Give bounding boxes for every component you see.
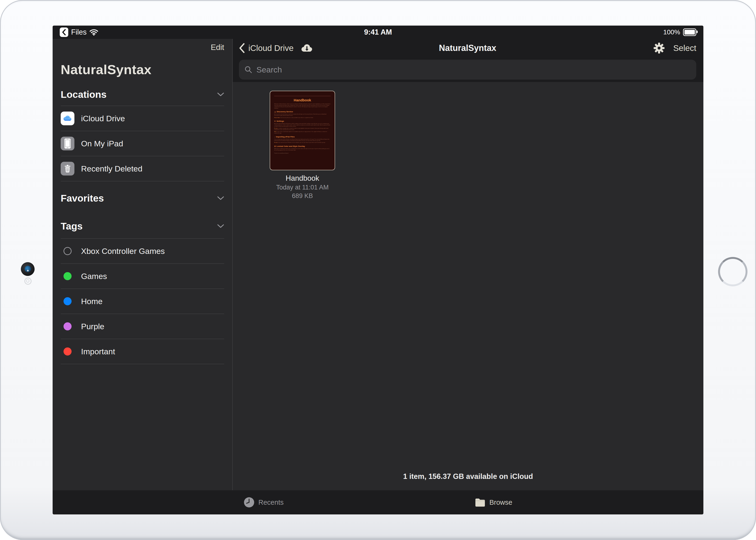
file-name: Handbook	[269, 174, 336, 183]
sidebar-item-label: iCloud Drive	[81, 114, 125, 123]
tab-label: Recents	[258, 498, 284, 506]
select-button[interactable]: Select	[673, 43, 696, 53]
tag-label: Xbox Controller Games	[81, 246, 165, 256]
cloud-mini-icon: ☁	[274, 111, 276, 113]
back-button[interactable]: iCloud Drive	[239, 43, 293, 54]
divider	[61, 364, 224, 364]
preview-paragraph: Note: some of the customization options …	[274, 131, 331, 134]
tag-color-dot	[64, 347, 72, 355]
sidebar-item-recently-deleted[interactable]: Recently Deleted	[61, 156, 224, 181]
folder-icon	[475, 498, 485, 507]
ipad-device-frame: Files 9:41 AM 100% Edit NaturalSy	[0, 0, 756, 540]
sidebar: Edit NaturalSyntax Locations	[53, 39, 232, 490]
screen: Files 9:41 AM 100% Edit NaturalSy	[53, 26, 703, 514]
clock-icon	[244, 497, 255, 508]
tab-bar: Recents Browse	[53, 490, 703, 514]
tag-color-dot	[64, 272, 72, 280]
tag-row-home[interactable]: Home	[61, 289, 224, 314]
battery-percentage: 100%	[663, 28, 680, 36]
tag-row-xbox-controller-games[interactable]: Xbox Controller Games	[61, 239, 224, 263]
file-preview-content: HandbookWelcome to Natural Syntax, withi…	[270, 91, 335, 156]
chevron-left-icon	[239, 43, 245, 54]
preview-paragraph: At the top left of the file browser, you…	[274, 113, 331, 116]
page-title: NaturalSyntax	[439, 43, 496, 53]
tag-row-important[interactable]: Important	[61, 339, 224, 364]
sidebar-item-label: Recently Deleted	[81, 164, 142, 173]
tab-label: Browse	[489, 498, 512, 506]
preview-paragraph: You can import your own ePub files into …	[274, 139, 331, 141]
search-bar[interactable]	[239, 60, 696, 79]
tags-section-header[interactable]: Tags	[61, 220, 224, 232]
tag-label: Important	[81, 347, 115, 356]
sidebar-item-on-my-ipad[interactable]: On My iPad	[61, 131, 224, 156]
search-icon	[245, 66, 252, 73]
preview-heading: ⚙Settings	[274, 120, 331, 122]
tab-recents[interactable]: Recents	[244, 497, 284, 508]
tags-header-label: Tags	[61, 221, 83, 232]
favorites-section-header[interactable]: Favorites	[61, 192, 224, 204]
storage-status: 1 item, 156.37 GB available on iCloud	[233, 472, 703, 481]
ambient-light-sensor	[24, 278, 32, 285]
locations-section-header[interactable]: Locations	[61, 88, 224, 100]
chevron-left-icon	[62, 29, 66, 36]
preview-paragraph: At the top right of both the file browse…	[274, 123, 331, 127]
sidebar-item-icloud-drive[interactable]: iCloud Drive	[61, 106, 224, 131]
tag-color-dot	[64, 247, 72, 255]
tag-label: Games	[81, 272, 107, 281]
clock-time: 9:41 AM	[364, 28, 392, 37]
preview-heading: ↓Importing ePub Files	[274, 136, 331, 138]
tag-label: Home	[81, 297, 102, 306]
favorites-header-label: Favorites	[61, 193, 104, 204]
chevron-down-icon	[217, 224, 224, 228]
back-button-label: iCloud Drive	[248, 43, 293, 53]
preview-paragraph: Please Note: The Discovery Service is on…	[274, 117, 331, 118]
settings-button[interactable]	[654, 42, 665, 54]
locations-header-label: Locations	[61, 89, 107, 100]
cloud-download-icon	[300, 44, 313, 53]
gear-mini-icon: ⚙	[274, 120, 276, 122]
tag-color-dot	[64, 297, 72, 305]
tab-browse[interactable]: Browse	[475, 498, 512, 507]
back-to-app-label[interactable]: Files	[71, 28, 87, 37]
back-to-app-button[interactable]	[60, 28, 68, 37]
file-modified: Today at 11:01 AM	[269, 184, 336, 191]
edit-button[interactable]: Edit	[211, 43, 224, 52]
content-header: iCloud Drive Natu	[233, 39, 703, 82]
status-bar: Files 9:41 AM 100%	[53, 26, 703, 39]
preview-title: Handbook	[274, 98, 331, 102]
preview-paragraph: Pro tip: a number of people like to setu…	[274, 128, 331, 130]
tags-list: Xbox Controller GamesGamesHomePurpleImpo…	[61, 239, 224, 364]
style-mini-icon: ▤	[274, 145, 276, 147]
gear-icon	[654, 42, 665, 54]
battery-icon	[683, 28, 696, 36]
file-thumbnail: HandbookWelcome to Natural Syntax, withi…	[270, 91, 335, 170]
preview-heading: ☁Discovery Service	[274, 111, 331, 113]
wifi-icon	[90, 29, 98, 36]
chevron-down-icon	[217, 196, 224, 201]
preview-heading: ▤Lexical Color and Style Overlay	[274, 145, 331, 147]
home-button[interactable]	[718, 257, 747, 286]
front-camera	[21, 262, 35, 276]
import-mini-icon: ↓	[274, 136, 275, 138]
icloud-drive-icon	[61, 111, 75, 125]
preview-outro: Thanks for using Natural Syntax!	[274, 153, 331, 154]
tag-color-dot	[64, 322, 72, 331]
divider	[61, 181, 224, 182]
ipad-icon	[61, 137, 75, 150]
file-size: 689 KB	[269, 192, 336, 200]
preview-top-rule	[274, 96, 331, 96]
preview-paragraph: Welcome to Natural Syntax, within it you…	[274, 103, 331, 109]
sidebar-item-label: On My iPad	[81, 139, 123, 148]
sidebar-app-title: NaturalSyntax	[61, 62, 224, 77]
search-input[interactable]	[256, 65, 690, 74]
preview-paragraph: Pro tip: If you only have your ePub file…	[274, 142, 331, 143]
preview-paragraph: While you're reading your book, you can …	[274, 148, 331, 151]
content-pane: iCloud Drive Natu	[233, 39, 703, 490]
file-card-handbook[interactable]: HandbookWelcome to Natural Syntax, withi…	[269, 91, 336, 200]
cloud-download-button[interactable]	[300, 44, 313, 53]
tag-row-purple[interactable]: Purple	[61, 314, 224, 339]
tag-label: Purple	[81, 322, 104, 331]
trash-icon	[61, 162, 75, 176]
tag-row-games[interactable]: Games	[61, 264, 224, 289]
files-area: HandbookWelcome to Natural Syntax, withi…	[233, 82, 703, 490]
